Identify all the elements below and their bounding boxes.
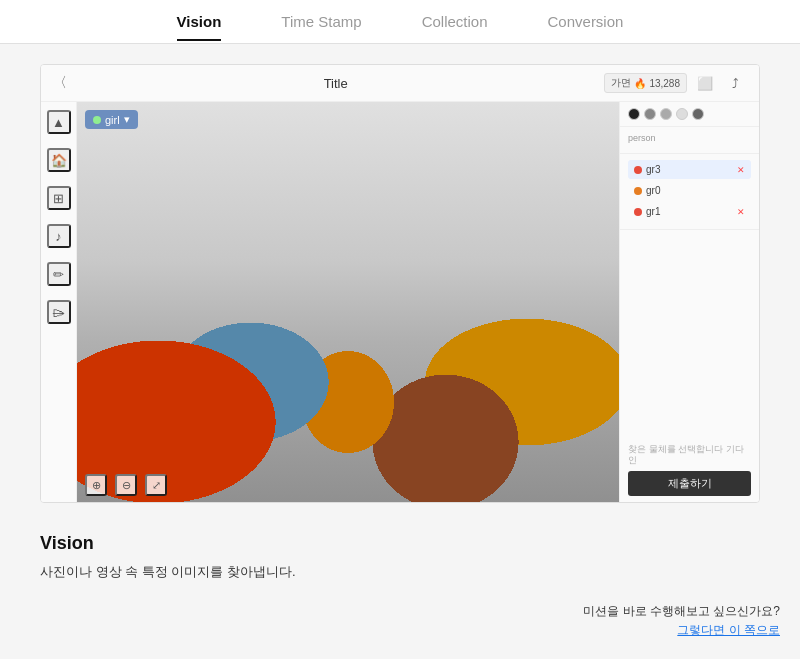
color-dot-light-gray[interactable] xyxy=(660,108,672,120)
group-selector[interactable]: girl ▾ xyxy=(85,110,138,129)
person-label-section: person xyxy=(620,127,759,154)
tab-conversion[interactable]: Conversion xyxy=(548,3,624,40)
layer-label-gr3: gr3 xyxy=(646,164,660,175)
layer-dot-gr0 xyxy=(634,187,642,195)
photo-image xyxy=(77,102,619,502)
editor-header-right: 가면 🔥 13,288 ⬜ ⤴ xyxy=(604,71,747,95)
badge-count: 13,288 xyxy=(649,78,680,89)
layer-item-gr3[interactable]: gr3 ✕ xyxy=(628,160,751,179)
edit-tool[interactable]: ✏ xyxy=(47,262,71,286)
layer-item-left-gr3: gr3 xyxy=(634,164,660,175)
color-dot-black[interactable] xyxy=(628,108,640,120)
badge-label: 가면 xyxy=(611,76,631,90)
editor-title: Title xyxy=(67,76,604,91)
submit-button[interactable]: 제출하기 xyxy=(628,471,751,496)
layer-dot-gr1 xyxy=(634,208,642,216)
top-navigation: Vision Time Stamp Collection Conversion xyxy=(0,0,800,44)
editor-header-left: 〈 xyxy=(53,74,67,92)
right-panel-colors xyxy=(620,102,759,127)
bottom-cta: 미션을 바로 수행해보고 싶으신가요? 그렇다면 이 쪽으로 xyxy=(583,603,780,639)
group-chevron-icon: ▾ xyxy=(124,113,130,126)
layers-section: gr3 ✕ gr0 gr1 xyxy=(620,154,759,230)
layer-item-left-gr1: gr1 xyxy=(634,206,660,217)
layer-label-gr0: gr0 xyxy=(646,185,660,196)
section-description: 사진이나 영상 속 특정 이미지를 찾아냅니다. xyxy=(40,562,760,583)
home-tool[interactable]: 🏠 xyxy=(47,148,71,172)
left-toolbar: ▲ 🏠 ⊞ ♪ ✏ ⌲ xyxy=(41,102,77,502)
layer-delete-gr1[interactable]: ✕ xyxy=(737,207,745,217)
group-label: girl xyxy=(105,114,120,126)
color-dot-gray[interactable] xyxy=(644,108,656,120)
section-info: Vision 사진이나 영상 속 특정 이미지를 찾아냅니다. xyxy=(40,523,760,593)
zoom-out-button[interactable]: ⊖ xyxy=(115,474,137,496)
tab-vision[interactable]: Vision xyxy=(177,3,222,40)
tab-collection[interactable]: Collection xyxy=(422,3,488,40)
group-dot xyxy=(93,116,101,124)
placeholder-text: 찾은 물체를 선택합니다 기다인 xyxy=(628,444,751,467)
zoom-in-button[interactable]: ⊕ xyxy=(85,474,107,496)
editor-header: 〈 Title 가면 🔥 13,288 ⬜ ⤴ xyxy=(41,65,759,102)
grid-tool[interactable]: ⊞ xyxy=(47,186,71,210)
share-icon-button[interactable]: ⤴ xyxy=(723,71,747,95)
badge: 가면 🔥 13,288 xyxy=(604,73,687,93)
layer-delete-gr3[interactable]: ✕ xyxy=(737,165,745,175)
cta-question: 미션을 바로 수행해보고 싶으신가요? xyxy=(583,603,780,620)
color-dot-dark-gray[interactable] xyxy=(692,108,704,120)
canvas-area: girl ▾ ⊕ ⊖ ⤢ xyxy=(77,102,619,502)
color-dot-white[interactable] xyxy=(676,108,688,120)
back-button[interactable]: 〈 xyxy=(53,74,67,92)
cta-link[interactable]: 그렇다면 이 쪽으로 xyxy=(583,622,780,639)
share-tool[interactable]: ⌲ xyxy=(47,300,71,324)
fullscreen-button[interactable]: ⤢ xyxy=(145,474,167,496)
layer-item-gr0[interactable]: gr0 xyxy=(628,181,751,200)
layer-label-gr1: gr1 xyxy=(646,206,660,217)
canvas-bottom-tools: ⊕ ⊖ ⤢ xyxy=(85,474,167,496)
right-panel-bottom: 찾은 물체를 선택합니다 기다인 제출하기 xyxy=(620,438,759,502)
layer-item-gr1[interactable]: gr1 ✕ xyxy=(628,202,751,221)
badge-icon: 🔥 xyxy=(634,78,646,89)
monitor-icon-button[interactable]: ⬜ xyxy=(693,71,717,95)
layer-dot-gr3 xyxy=(634,166,642,174)
layer-item-left-gr0: gr0 xyxy=(634,185,660,196)
editor-container: 〈 Title 가면 🔥 13,288 ⬜ ⤴ ▲ 🏠 ⊞ ♪ ✏ xyxy=(40,64,760,503)
photo-background xyxy=(77,102,619,502)
person-label: person xyxy=(628,133,751,143)
right-panel: person gr3 ✕ gr0 xyxy=(619,102,759,502)
editor-body: ▲ 🏠 ⊞ ♪ ✏ ⌲ girl ▾ xyxy=(41,102,759,502)
main-content: 〈 Title 가면 🔥 13,288 ⬜ ⤴ ▲ 🏠 ⊞ ♪ ✏ xyxy=(0,44,800,613)
section-title: Vision xyxy=(40,533,760,554)
tab-timestamp[interactable]: Time Stamp xyxy=(281,3,361,40)
music-tool[interactable]: ♪ xyxy=(47,224,71,248)
cursor-tool[interactable]: ▲ xyxy=(47,110,71,134)
